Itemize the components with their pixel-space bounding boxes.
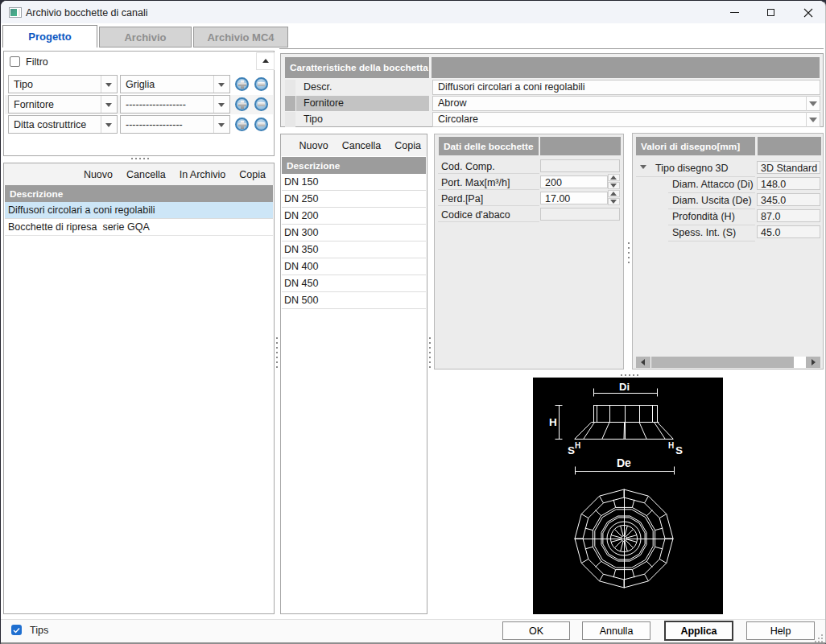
svg-text:Di: Di bbox=[619, 381, 630, 393]
svg-text:S: S bbox=[675, 444, 683, 456]
svg-text:S: S bbox=[568, 444, 575, 456]
svg-text:H: H bbox=[549, 416, 557, 428]
svg-text:H: H bbox=[575, 441, 580, 450]
svg-text:H: H bbox=[668, 441, 674, 450]
svg-text:De: De bbox=[617, 456, 631, 469]
